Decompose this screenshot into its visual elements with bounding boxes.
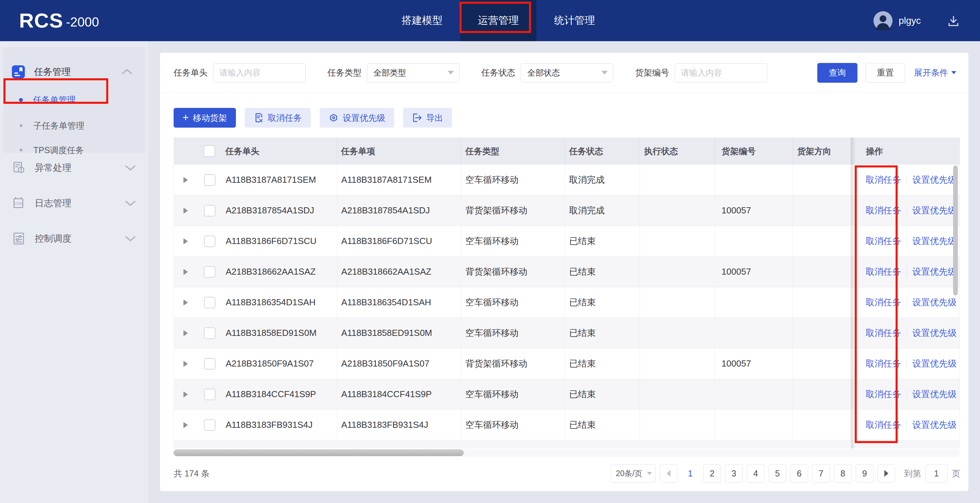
set-priority-link[interactable]: 设置优先级 (912, 388, 956, 400)
shelf-number-input[interactable] (675, 63, 767, 82)
sidebar-group-control-dispatch[interactable]: 控制调度 (0, 224, 148, 253)
page-size-select[interactable]: 20条/页 (611, 464, 655, 482)
cell-task-order-head: A118B3184CCF41S9P (221, 379, 337, 409)
cancel-task-link[interactable]: 取消任务 (865, 388, 901, 400)
expand-arrow-icon[interactable] (183, 422, 188, 428)
move-shelf-button[interactable]: + 移动货架 (173, 108, 236, 127)
table-row: A118B3183FB931S4JA118B3183FB931S4J空车循环移动… (173, 410, 960, 440)
column-header-task-order-head: 任务单头 (221, 137, 337, 165)
row-checkbox[interactable] (204, 266, 215, 278)
expand-arrow-icon[interactable] (183, 269, 188, 275)
set-priority-link[interactable]: 设置优先级 (912, 296, 956, 308)
sidebar-item-sub-task-order-management[interactable]: 子任务单管理 (3, 113, 145, 138)
expand-arrow-icon[interactable] (183, 177, 188, 183)
cancel-task-link[interactable]: 取消任务 (865, 296, 901, 308)
row-checkbox[interactable] (204, 358, 215, 369)
download-icon[interactable] (946, 14, 961, 28)
cell-task-order-item: A118B3186354D1SAH (337, 287, 461, 318)
page-button-1[interactable]: 1 (681, 464, 699, 482)
expand-conditions-link[interactable]: 展开条件 (914, 67, 956, 78)
cancel-task-link[interactable]: 取消任务 (865, 358, 901, 369)
row-checkbox-cell (198, 318, 221, 348)
nav-tab-build-model[interactable]: 搭建模型 (384, 0, 460, 41)
cancel-task-link[interactable]: 取消任务 (865, 174, 901, 186)
expand-arrow-icon[interactable] (183, 299, 188, 306)
expand-arrow-icon[interactable] (183, 392, 188, 398)
bullet-icon (20, 149, 22, 151)
set-priority-link[interactable]: 设置优先级 (912, 327, 956, 339)
page-button-3[interactable]: 3 (725, 464, 743, 482)
page-button-8[interactable]: 8 (834, 464, 852, 482)
next-page-button[interactable] (878, 464, 895, 482)
row-expand-cell (174, 318, 198, 348)
sidebar-group-log-management[interactable]: LOG 日志管理 (0, 189, 148, 218)
cell-operations: 取消任务设置优先级 (851, 226, 959, 256)
set-priority-link[interactable]: 设置优先级 (912, 235, 956, 247)
reset-button[interactable]: 重置 (865, 63, 905, 83)
set-priority-link[interactable]: 设置优先级 (912, 205, 956, 216)
sidebar-item-task-order-management[interactable]: 任务单管理 (3, 87, 145, 113)
set-priority-link[interactable]: 设置优先级 (912, 266, 956, 278)
row-checkbox-cell (198, 410, 221, 440)
task-order-head-input[interactable] (213, 63, 305, 82)
row-checkbox[interactable] (204, 174, 215, 186)
cell-operations: 取消任务设置优先级 (851, 410, 959, 440)
cancel-task-link[interactable]: 取消任务 (865, 327, 901, 339)
expand-arrow-icon[interactable] (183, 238, 188, 244)
cell-operations: 取消任务设置优先级 (851, 349, 959, 379)
set-priority-link[interactable]: 设置优先级 (912, 174, 956, 186)
chevron-down-icon (124, 200, 136, 207)
cell-shelf-number (715, 318, 793, 348)
cell-task-type: 空车循环移动 (461, 226, 565, 256)
sidebar-group-task-management-header[interactable]: 任务管理 (3, 57, 145, 86)
cancel-task-button[interactable]: 取消任务 (245, 108, 311, 127)
column-header-task-order-item: 任务单项 (337, 137, 461, 165)
cell-task-order-head: A118B3186354D1SAH (221, 287, 337, 318)
user-avatar (873, 11, 892, 30)
prev-page-button[interactable] (660, 464, 678, 482)
row-checkbox[interactable] (204, 388, 215, 400)
task-type-select[interactable]: 全部类型 (367, 63, 460, 82)
page-button-7[interactable]: 7 (812, 464, 830, 482)
page-button-5[interactable]: 5 (768, 464, 786, 482)
task-status-select[interactable]: 全部状态 (521, 63, 613, 82)
expand-arrow-icon[interactable] (183, 361, 188, 367)
row-checkbox[interactable] (204, 297, 215, 308)
nav-tab-operation-management[interactable]: 运营管理 (460, 0, 536, 41)
filter-task-status: 任务状态 全部状态 (481, 63, 613, 82)
cell-task-order-item: A218B318662AA1SAZ (337, 256, 461, 287)
header-select-all-cell (197, 137, 221, 165)
cell-shelf-number: 100057 (715, 349, 793, 379)
expand-arrow-icon[interactable] (183, 330, 188, 336)
row-checkbox[interactable] (204, 205, 215, 216)
sidebar-group-exception-handling[interactable]: 异常处理 (0, 153, 148, 182)
cancel-task-link[interactable]: 取消任务 (865, 266, 901, 278)
doc-info-icon (11, 161, 26, 175)
page-button-9[interactable]: 9 (856, 464, 873, 482)
export-button[interactable]: 导出 (403, 108, 452, 127)
nav-tab-statistics-management[interactable]: 统计管理 (536, 0, 613, 41)
row-checkbox[interactable] (204, 236, 215, 247)
cancel-task-link[interactable]: 取消任务 (865, 235, 901, 247)
select-all-checkbox[interactable] (204, 145, 215, 157)
cell-task-status: 取消完成 (565, 165, 640, 195)
arrow-left-icon (667, 470, 671, 477)
set-priority-link[interactable]: 设置优先级 (912, 358, 956, 369)
sidebar-group-label: 任务管理 (34, 66, 71, 78)
page-button-6[interactable]: 6 (791, 464, 808, 482)
cancel-task-link[interactable]: 取消任务 (865, 419, 901, 431)
set-priority-button[interactable]: 设置优先级 (320, 108, 394, 127)
row-checkbox[interactable] (204, 419, 215, 431)
horizontal-scrollbar-thumb[interactable] (173, 450, 464, 456)
page-button-4[interactable]: 4 (747, 464, 765, 482)
set-priority-link[interactable]: 设置优先级 (912, 419, 956, 431)
page-button-2[interactable]: 2 (703, 464, 721, 482)
vertical-scrollbar-thumb[interactable] (953, 166, 958, 295)
cancel-task-link[interactable]: 取消任务 (865, 205, 901, 216)
goto-page-input[interactable] (925, 464, 948, 482)
action-divider (907, 328, 907, 338)
search-button[interactable]: 查询 (817, 63, 858, 83)
user-menu[interactable]: plgyc (873, 0, 921, 41)
expand-arrow-icon[interactable] (183, 208, 188, 214)
row-checkbox[interactable] (204, 327, 215, 339)
